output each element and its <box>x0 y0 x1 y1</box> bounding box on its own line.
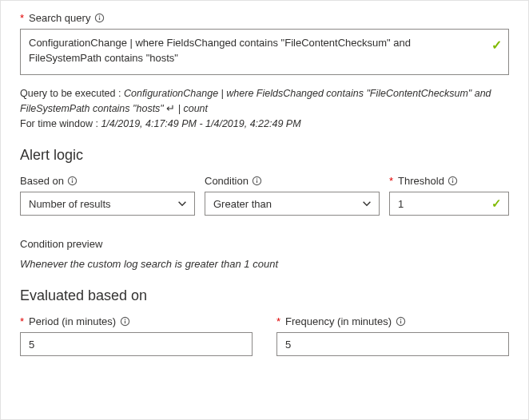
info-icon[interactable] <box>93 13 105 24</box>
query-desc-prefix: Query to be executed : <box>20 88 124 99</box>
required-asterisk: * <box>20 315 24 327</box>
threshold-label-row: * Threshold <box>389 175 509 187</box>
required-asterisk: * <box>20 12 24 24</box>
query-desc-q2: | count <box>178 103 208 114</box>
search-query-label: Search query <box>29 12 90 24</box>
time-window-value: 1/4/2019, 4:17:49 PM - 1/4/2019, 4:22:49… <box>101 118 300 129</box>
frequency-input[interactable]: 5 <box>276 332 509 356</box>
svg-rect-4 <box>72 180 73 183</box>
based-on-label: Based on <box>20 175 64 187</box>
condition-select[interactable]: Greater than <box>205 192 380 216</box>
threshold-input[interactable]: 1 ✓ <box>389 192 509 216</box>
svg-rect-13 <box>125 321 125 323</box>
search-query-label-row: * Search query <box>20 12 509 24</box>
frequency-label-row: * Frequency (in minutes) <box>276 315 509 327</box>
period-value: 5 <box>29 339 34 351</box>
condition-preview-text: Whenever the custom log search is greate… <box>20 258 509 270</box>
info-icon[interactable] <box>119 316 130 327</box>
svg-rect-11 <box>452 179 453 180</box>
info-icon[interactable] <box>447 176 459 187</box>
period-col: * Period (in minutes) 5 <box>20 315 253 356</box>
search-query-input[interactable]: ConfigurationChange | where FieldsChange… <box>20 29 509 75</box>
query-description: Query to be executed : ConfigurationChan… <box>20 86 509 131</box>
alert-config-form: * Search query ConfigurationChange | whe… <box>0 0 529 420</box>
threshold-label: Threshold <box>398 175 444 187</box>
alert-logic-heading: Alert logic <box>20 147 509 164</box>
condition-col: Condition Greater than <box>205 175 380 216</box>
svg-rect-5 <box>72 179 73 180</box>
check-icon: ✓ <box>491 196 502 211</box>
condition-label-row: Condition <box>205 175 380 187</box>
svg-rect-7 <box>257 180 257 183</box>
return-glyph-icon: ↵ <box>166 103 177 114</box>
required-asterisk: * <box>276 315 280 327</box>
based-on-col: Based on Number of results <box>20 175 195 216</box>
evaluated-heading: Evaluated based on <box>20 287 509 304</box>
svg-rect-2 <box>99 15 100 16</box>
info-icon[interactable] <box>395 316 406 327</box>
info-icon[interactable] <box>67 176 78 187</box>
frequency-label: Frequency (in minutes) <box>285 315 392 327</box>
svg-rect-1 <box>99 18 100 20</box>
chevron-down-icon <box>177 198 188 209</box>
svg-rect-14 <box>125 319 125 320</box>
evaluated-row: * Period (in minutes) 5 * Frequency (in … <box>20 315 509 356</box>
based-on-value: Number of results <box>29 198 111 210</box>
svg-rect-17 <box>400 319 400 320</box>
svg-rect-16 <box>400 321 400 323</box>
frequency-value: 5 <box>285 339 291 351</box>
based-on-label-row: Based on <box>20 175 195 187</box>
required-asterisk: * <box>389 175 393 187</box>
condition-value: Greater than <box>213 198 272 210</box>
period-input[interactable]: 5 <box>20 332 253 356</box>
threshold-col: * Threshold 1 ✓ <box>389 175 509 216</box>
alert-logic-row: Based on Number of results Condition <box>20 175 509 216</box>
period-label-row: * Period (in minutes) <box>20 315 253 327</box>
frequency-col: * Frequency (in minutes) 5 <box>276 315 509 356</box>
chevron-down-icon <box>361 198 372 209</box>
svg-rect-8 <box>257 179 257 180</box>
time-window-prefix: For time window : <box>20 118 101 129</box>
based-on-select[interactable]: Number of results <box>20 192 195 216</box>
threshold-value: 1 <box>398 198 404 210</box>
condition-label: Condition <box>205 175 249 187</box>
svg-rect-10 <box>452 180 453 183</box>
info-icon[interactable] <box>252 176 263 187</box>
period-label: Period (in minutes) <box>29 315 116 327</box>
condition-preview-label: Condition preview <box>20 238 509 250</box>
search-query-value: ConfigurationChange | where FieldsChange… <box>29 37 411 64</box>
check-icon: ✓ <box>491 36 502 54</box>
